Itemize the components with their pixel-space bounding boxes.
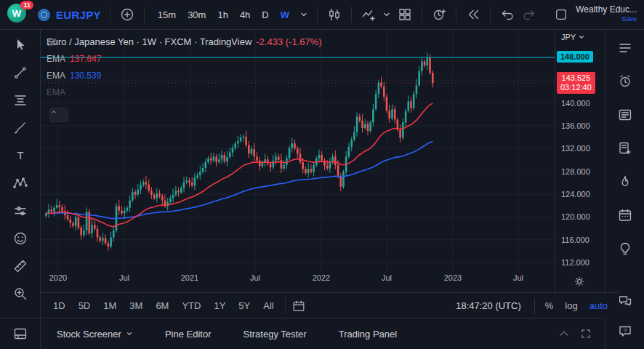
time-axis-label: Jul [507, 273, 530, 282]
price-tick-label: 120.000 [561, 212, 590, 221]
emoji-icon[interactable] [12, 230, 29, 247]
range-1y[interactable]: 1Y [209, 299, 230, 313]
percent-scale-button[interactable]: % [541, 299, 558, 313]
footer-tab-stock-screener[interactable]: Stock Screener [41, 329, 149, 340]
log-scale-button[interactable]: log [560, 299, 581, 313]
undo-icon[interactable] [499, 7, 515, 23]
horizontal-line-price-label: 148.000 [557, 51, 593, 63]
timeframe-1h[interactable]: 1h [213, 7, 232, 23]
symbol-description[interactable]: Euro / Japanese Yen · 1W · FXCM · Tradin… [47, 36, 251, 47]
help-icon[interactable]: ? [616, 323, 634, 340]
time-axis-label: Jul [243, 273, 267, 282]
go-to-date-calendar-icon[interactable] [291, 299, 306, 313]
watchlist-icon[interactable] [616, 39, 634, 57]
price-change: -2.433 (-1.67%) [256, 36, 321, 47]
footer-bar: Stock ScreenerPine EditorStrategy Tester… [0, 318, 605, 349]
timeframe-4h[interactable]: 4h [236, 7, 254, 23]
price-tick-label: 116.000 [561, 236, 589, 244]
hotlists-icon[interactable] [616, 173, 634, 190]
time-axis-label: 2023 [441, 273, 464, 282]
fib-retracement-icon[interactable] [12, 92, 29, 109]
calendar-icon[interactable] [616, 206, 634, 224]
zoom-icon[interactable] [12, 285, 29, 302]
alerts-icon[interactable] [616, 73, 634, 90]
app-logo[interactable]: W 11 [7, 4, 29, 25]
currency-selector[interactable]: JPY [561, 33, 585, 41]
chart-type-candles-icon[interactable] [326, 7, 342, 23]
forecast-icon[interactable] [12, 202, 29, 220]
save-layout-square-icon[interactable] [554, 7, 568, 22]
time-axis-label: 2021 [178, 273, 201, 282]
ema-label: EMA [47, 54, 65, 64]
tradingview-app: W 11 EURJPY 15m30m1h4hDW [0, 0, 644, 349]
price-tick-label: 112.000 [561, 258, 589, 267]
time-axis-label: Jul [375, 273, 398, 282]
ema-label: EMA [47, 87, 65, 97]
range-3m[interactable]: 3M [124, 299, 148, 313]
notification-badge: 11 [20, 1, 33, 9]
session-clock[interactable]: 18:47:20 (UTC) [456, 300, 521, 311]
timeframe-group: 15m30m1h4hDW [153, 7, 294, 23]
ideas-icon[interactable] [616, 140, 634, 157]
indicators-icon[interactable] [361, 7, 377, 23]
price-axis[interactable]: JPY 140.000136.000132.000128.000124.0001… [555, 29, 605, 292]
collapse-panel-chevron-up-icon[interactable] [558, 328, 570, 340]
compare-add-symbol-icon[interactable] [119, 7, 135, 23]
alert-clock-icon[interactable] [431, 7, 447, 23]
legend-collapse-button[interactable] [49, 108, 68, 122]
ema-legend-row[interactable]: EMA 137.647 [47, 54, 322, 64]
range-5d[interactable]: 5D [73, 299, 96, 313]
time-axis-label: Jul [113, 273, 136, 282]
range-5y[interactable]: 5Y [233, 299, 255, 313]
save-button[interactable]: Save [576, 15, 637, 24]
currency-label: JPY [561, 33, 576, 41]
timeframe-W[interactable]: W [276, 7, 294, 23]
text-icon[interactable]: T [12, 147, 29, 164]
range-all[interactable]: All [258, 299, 278, 313]
eu-flag-icon [38, 9, 50, 21]
ema-legend-row[interactable]: EMA 130.539 [47, 71, 322, 81]
ruler-icon[interactable] [12, 257, 29, 275]
auto-scale-button[interactable]: auto [585, 299, 612, 313]
range-1m[interactable]: 1M [98, 299, 121, 313]
xabcd-pattern-icon[interactable] [12, 174, 29, 192]
footer-tab-pine-editor[interactable]: Pine Editor [149, 329, 228, 340]
divider [317, 7, 318, 23]
divider [456, 7, 456, 23]
chart-legend: Euro / Japanese Yen · 1W · FXCM · Tradin… [47, 36, 322, 97]
top-toolbar: W 11 EURJPY 15m30m1h4hDW [0, 0, 644, 30]
currency-chevron-down-icon [578, 33, 585, 41]
time-axis-label: 2022 [310, 273, 333, 282]
timeframe-chevron-down-icon[interactable] [299, 10, 308, 19]
symbol-search-button[interactable]: EURJPY [56, 9, 101, 21]
divider [285, 298, 286, 314]
timeframe-30m[interactable]: 30m [183, 7, 210, 23]
footer-tab-strategy-tester[interactable]: Strategy Tester [227, 329, 322, 340]
svg-text:T: T [17, 149, 23, 161]
ideas-stream-icon[interactable] [616, 240, 634, 257]
brush-icon[interactable] [12, 119, 29, 137]
chart-settings-gear-icon[interactable] [573, 275, 586, 288]
bottom-panel-corner[interactable] [0, 318, 41, 349]
range-1d[interactable]: 1D [48, 299, 71, 313]
news-icon[interactable] [616, 106, 634, 124]
timeframe-D[interactable]: D [257, 7, 273, 23]
panel-icon[interactable] [12, 326, 28, 342]
layout-name-block[interactable]: Wealthy Educ... Save [576, 5, 637, 24]
price-tick-label: 140.000 [561, 99, 590, 108]
timeframe-15m[interactable]: 15m [153, 7, 180, 23]
footer-tab-trading-panel[interactable]: Trading Panel [323, 329, 413, 340]
range-ytd[interactable]: YTD [177, 299, 206, 313]
fullscreen-icon[interactable] [580, 328, 592, 340]
trend-line-icon[interactable] [12, 64, 29, 81]
range-6m[interactable]: 6M [150, 299, 174, 313]
ema-legend-row-hidden[interactable]: EMA [47, 87, 322, 97]
divider [351, 7, 352, 23]
chart-area[interactable]: Euro / Japanese Yen · 1W · FXCM · Tradin… [41, 29, 555, 292]
redo-icon[interactable] [521, 7, 537, 23]
layout-grid-icon[interactable] [397, 7, 413, 23]
bar-replay-icon[interactable] [465, 7, 481, 23]
layout-name[interactable]: Wealthy Educ... [576, 5, 637, 15]
indicators-chevron-down-icon[interactable] [382, 10, 391, 19]
cursor-icon[interactable] [12, 36, 29, 54]
